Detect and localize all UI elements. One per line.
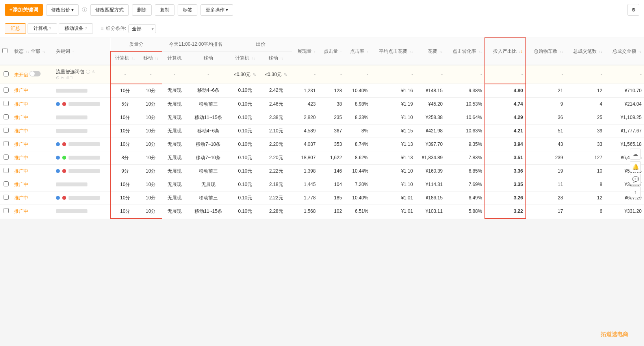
tab-mobile[interactable]: 移动设备 ? xyxy=(59,23,93,34)
scroll-top-btn[interactable]: ↑ xyxy=(630,186,641,197)
th-quality-mobile[interactable]: 移动 ↑↓ xyxy=(139,51,162,65)
th-status[interactable]: 状态 ↑↓ 全部 ↑↓ xyxy=(12,38,54,65)
th-bid-mobile[interactable]: 移动 ↑↓ xyxy=(261,51,292,65)
table-row: 推广中 8分 10分 无展现 移动7~10条 0.10元 2.20元 18,80… xyxy=(0,151,644,164)
smart-row-checkbox[interactable] xyxy=(4,71,9,76)
chat-tool-btn[interactable]: 💬 xyxy=(630,174,641,185)
row-ctr: 10.44% xyxy=(344,164,371,178)
row-orders: 25 xyxy=(565,111,605,124)
row-orders: 6 xyxy=(565,205,605,218)
label-button[interactable]: 标签 xyxy=(178,4,197,16)
more-ops-button[interactable]: 更多操作 ▾ xyxy=(200,4,233,16)
row-checkbox[interactable] xyxy=(4,87,9,93)
table-row: 推广中 10分 10分 无展现 移动11~15条 0.10元 2.28元 1,5… xyxy=(0,205,644,218)
row-rank-pc: 无展现 xyxy=(162,111,187,124)
th-bid: 出价 xyxy=(230,38,292,51)
row-cart: 17 xyxy=(526,205,566,218)
row-roi: 4.29 xyxy=(485,111,526,124)
row-status: 推广中 xyxy=(12,111,54,124)
row-checkbox[interactable] xyxy=(4,181,9,186)
row-checkbox[interactable] xyxy=(4,195,9,200)
th-amount[interactable]: 总成交金额 ↑↓ xyxy=(605,38,644,65)
row-clicks: 38 xyxy=(318,97,344,111)
th-roi[interactable]: 投入产出比 ↓↓ xyxy=(485,38,526,65)
modify-match-button[interactable]: 修改匹配方式 xyxy=(90,4,129,16)
th-rank-mobile[interactable]: 移动 xyxy=(187,51,230,65)
row-bid-pc: 0.10元 xyxy=(230,178,261,191)
row-checkbox[interactable] xyxy=(4,168,9,173)
th-cost[interactable]: 花费 ↑↓ xyxy=(415,38,445,65)
th-avg-cost[interactable]: 平均点击花费 ↑↓ xyxy=(371,38,416,65)
filter-select[interactable]: 全部 推广中 未开启 已暂停 xyxy=(128,24,156,33)
row-checkbox-cell xyxy=(0,151,12,164)
filter-select-wrap[interactable]: 全部 推广中 未开启 已暂停 xyxy=(128,24,156,33)
row-checkbox[interactable] xyxy=(4,114,9,119)
red-dot xyxy=(62,196,66,200)
row-checkbox[interactable] xyxy=(4,208,9,213)
copy-button[interactable]: 复制 xyxy=(155,4,174,16)
notification-tool-btn[interactable]: 🔔 xyxy=(630,161,641,172)
th-rank-pc[interactable]: 计算机 xyxy=(162,51,187,65)
row-amount: ¥214.04 xyxy=(605,97,644,111)
row-quality-pc: 10分 xyxy=(111,138,139,151)
cloud-tool-btn[interactable]: ☁ xyxy=(630,149,641,160)
row-cart: 51 xyxy=(526,124,566,138)
th-clicks[interactable]: 点击量 ↑ xyxy=(318,38,344,65)
row-quality-mobile: 10分 xyxy=(139,191,162,205)
row-quality-pc: 10分 xyxy=(111,191,139,205)
th-impressions[interactable]: 展现量 ↑ xyxy=(292,38,318,65)
row-rank-pc: 无展现 xyxy=(162,191,187,205)
row-rank-mobile: 移动前三 xyxy=(187,97,230,111)
row-checkbox-cell xyxy=(0,191,12,205)
row-bid-mobile: 2.20元 xyxy=(261,138,292,151)
th-orders[interactable]: 总成交笔数 ↑↓ xyxy=(565,38,605,65)
smart-row-toggle[interactable] xyxy=(30,71,41,76)
filter-area: ≡ 细分条件: 全部 推广中 未开启 已暂停 xyxy=(101,24,156,33)
table-row: 推广中 10分 10分 无展现 无展现 0.10元 2.18元 1,445 10… xyxy=(0,178,644,191)
row-orders: 10 xyxy=(565,164,605,178)
row-cart: 19 xyxy=(526,164,566,178)
filter-icon: ≡ xyxy=(101,26,104,32)
th-keyword[interactable]: 关键词 ↑ xyxy=(54,38,110,65)
tab-summary[interactable]: 汇总 xyxy=(5,23,26,34)
row-checkbox[interactable] xyxy=(4,141,9,146)
table-row: 推广中 9分 10分 无展现 移动前三 0.10元 2.22元 1,398 14… xyxy=(0,164,644,178)
row-impressions: 1,445 xyxy=(292,178,318,191)
delete-button[interactable]: 删除 xyxy=(132,4,152,16)
row-impressions: 1,398 xyxy=(292,164,318,178)
row-checkbox[interactable] xyxy=(4,154,9,160)
row-quality-mobile: 10分 xyxy=(139,84,162,98)
row-orders: 4 xyxy=(565,97,605,111)
row-impressions: 2,820 xyxy=(292,111,318,124)
select-all-checkbox[interactable] xyxy=(2,48,7,53)
row-bid-pc: 0.10元 xyxy=(230,84,261,98)
th-ctr[interactable]: 点击率 ↑ xyxy=(344,38,371,65)
blue-dot xyxy=(56,169,60,173)
th-rank: 今天11:00-12:00平均排名 xyxy=(162,38,230,51)
row-bid-pc: 0.10元 xyxy=(230,111,261,124)
table-row: 推广中 10分 10分 无展现 移动前三 0.10元 2.22元 1,778 1… xyxy=(0,191,644,205)
row-checkbox[interactable] xyxy=(4,101,9,106)
row-rank-mobile: 移动11~15条 xyxy=(187,205,230,218)
row-click-cvr: 9.38% xyxy=(445,84,485,98)
row-status: 推广中 xyxy=(12,205,54,218)
row-quality-mobile: 10分 xyxy=(139,151,162,164)
row-quality-pc: 10分 xyxy=(111,84,139,98)
bid-edit-icon[interactable]: ✎ xyxy=(252,72,256,77)
add-keyword-button[interactable]: +添加关键词 xyxy=(5,4,43,16)
bid-mobile-edit-icon[interactable]: ✎ xyxy=(284,72,287,77)
th-quality-pc[interactable]: 计算机 ↑↓ xyxy=(111,51,139,65)
row-rank-mobile: 移动4~6条 xyxy=(187,84,230,98)
th-bid-pc[interactable]: 计算机 ↑↓ xyxy=(230,51,261,65)
row-cost: ¥186.15 xyxy=(415,191,445,205)
th-click-cvr[interactable]: 点击转化率 ↑↓ xyxy=(445,38,485,65)
row-checkbox[interactable] xyxy=(4,128,9,133)
row-rank-pc: 无展现 xyxy=(162,97,187,111)
settings-button[interactable]: ⚙ xyxy=(627,4,639,16)
tab-computer[interactable]: 计算机 ? xyxy=(28,23,57,34)
modify-bid-button[interactable]: 修改出价 ▾ xyxy=(46,4,79,16)
row-quality-pc: 8分 xyxy=(111,151,139,164)
th-cart[interactable]: 总购物车数 ↑↓ xyxy=(526,38,566,65)
row-cart: 9 xyxy=(526,97,566,111)
row-cost: ¥421.98 xyxy=(415,124,445,138)
